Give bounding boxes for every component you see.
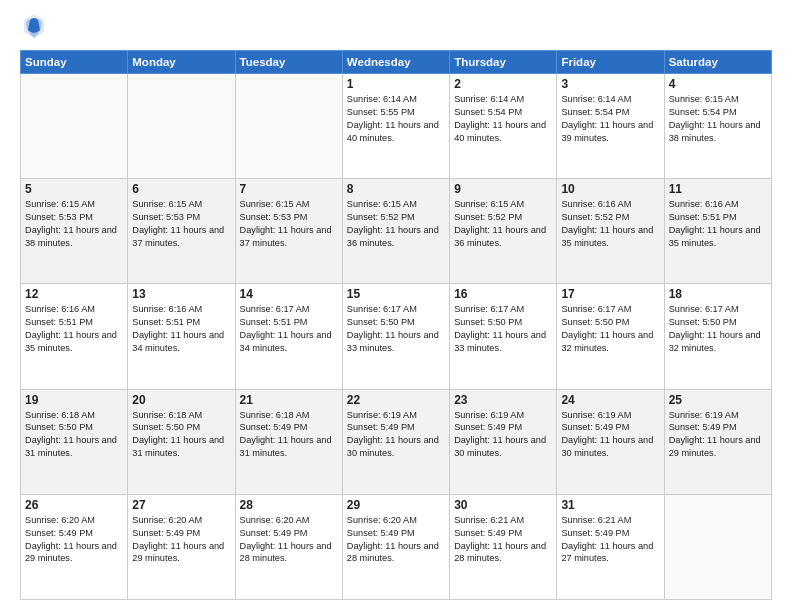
calendar-cell: 20Sunrise: 6:18 AM Sunset: 5:50 PM Dayli… [128,389,235,494]
calendar-cell [664,494,771,599]
calendar-cell: 2Sunrise: 6:14 AM Sunset: 5:54 PM Daylig… [450,74,557,179]
day-header-thursday: Thursday [450,51,557,74]
logo [20,16,46,40]
day-number: 12 [25,287,123,301]
cell-content: Sunrise: 6:18 AM Sunset: 5:50 PM Dayligh… [25,410,117,459]
calendar-cell: 1Sunrise: 6:14 AM Sunset: 5:55 PM Daylig… [342,74,449,179]
calendar-cell: 19Sunrise: 6:18 AM Sunset: 5:50 PM Dayli… [21,389,128,494]
calendar-cell: 9Sunrise: 6:15 AM Sunset: 5:52 PM Daylig… [450,179,557,284]
cell-content: Sunrise: 6:15 AM Sunset: 5:52 PM Dayligh… [454,199,546,248]
calendar-cell: 27Sunrise: 6:20 AM Sunset: 5:49 PM Dayli… [128,494,235,599]
calendar-cell: 7Sunrise: 6:15 AM Sunset: 5:53 PM Daylig… [235,179,342,284]
cell-content: Sunrise: 6:17 AM Sunset: 5:50 PM Dayligh… [561,304,653,353]
calendar-cell: 14Sunrise: 6:17 AM Sunset: 5:51 PM Dayli… [235,284,342,389]
cell-content: Sunrise: 6:18 AM Sunset: 5:50 PM Dayligh… [132,410,224,459]
calendar-cell: 30Sunrise: 6:21 AM Sunset: 5:49 PM Dayli… [450,494,557,599]
cell-content: Sunrise: 6:16 AM Sunset: 5:51 PM Dayligh… [669,199,761,248]
calendar-cell [128,74,235,179]
day-number: 15 [347,287,445,301]
cell-content: Sunrise: 6:21 AM Sunset: 5:49 PM Dayligh… [454,515,546,564]
day-number: 16 [454,287,552,301]
calendar-cell: 25Sunrise: 6:19 AM Sunset: 5:49 PM Dayli… [664,389,771,494]
cell-content: Sunrise: 6:19 AM Sunset: 5:49 PM Dayligh… [669,410,761,459]
day-number: 11 [669,182,767,196]
day-number: 28 [240,498,338,512]
day-number: 6 [132,182,230,196]
day-number: 26 [25,498,123,512]
day-number: 19 [25,393,123,407]
day-number: 29 [347,498,445,512]
cell-content: Sunrise: 6:14 AM Sunset: 5:55 PM Dayligh… [347,94,439,143]
calendar-page: SundayMondayTuesdayWednesdayThursdayFrid… [0,0,792,612]
cell-content: Sunrise: 6:17 AM Sunset: 5:50 PM Dayligh… [347,304,439,353]
calendar-cell: 18Sunrise: 6:17 AM Sunset: 5:50 PM Dayli… [664,284,771,389]
calendar-table: SundayMondayTuesdayWednesdayThursdayFrid… [20,50,772,600]
day-number: 18 [669,287,767,301]
day-number: 31 [561,498,659,512]
day-header-friday: Friday [557,51,664,74]
calendar-cell: 17Sunrise: 6:17 AM Sunset: 5:50 PM Dayli… [557,284,664,389]
cell-content: Sunrise: 6:15 AM Sunset: 5:54 PM Dayligh… [669,94,761,143]
day-header-monday: Monday [128,51,235,74]
day-number: 23 [454,393,552,407]
calendar-cell: 10Sunrise: 6:16 AM Sunset: 5:52 PM Dayli… [557,179,664,284]
cell-content: Sunrise: 6:14 AM Sunset: 5:54 PM Dayligh… [454,94,546,143]
cell-content: Sunrise: 6:18 AM Sunset: 5:49 PM Dayligh… [240,410,332,459]
cell-content: Sunrise: 6:16 AM Sunset: 5:51 PM Dayligh… [132,304,224,353]
cell-content: Sunrise: 6:15 AM Sunset: 5:53 PM Dayligh… [240,199,332,248]
calendar-cell: 3Sunrise: 6:14 AM Sunset: 5:54 PM Daylig… [557,74,664,179]
calendar-cell: 12Sunrise: 6:16 AM Sunset: 5:51 PM Dayli… [21,284,128,389]
day-number: 10 [561,182,659,196]
calendar-cell: 22Sunrise: 6:19 AM Sunset: 5:49 PM Dayli… [342,389,449,494]
cell-content: Sunrise: 6:20 AM Sunset: 5:49 PM Dayligh… [132,515,224,564]
calendar-cell: 4Sunrise: 6:15 AM Sunset: 5:54 PM Daylig… [664,74,771,179]
day-header-saturday: Saturday [664,51,771,74]
calendar-cell: 29Sunrise: 6:20 AM Sunset: 5:49 PM Dayli… [342,494,449,599]
cell-content: Sunrise: 6:20 AM Sunset: 5:49 PM Dayligh… [347,515,439,564]
calendar-header-row: SundayMondayTuesdayWednesdayThursdayFrid… [21,51,772,74]
cell-content: Sunrise: 6:17 AM Sunset: 5:50 PM Dayligh… [669,304,761,353]
day-header-tuesday: Tuesday [235,51,342,74]
day-number: 7 [240,182,338,196]
cell-content: Sunrise: 6:15 AM Sunset: 5:53 PM Dayligh… [132,199,224,248]
day-number: 5 [25,182,123,196]
calendar-week-4: 19Sunrise: 6:18 AM Sunset: 5:50 PM Dayli… [21,389,772,494]
calendar-cell: 16Sunrise: 6:17 AM Sunset: 5:50 PM Dayli… [450,284,557,389]
calendar-cell: 28Sunrise: 6:20 AM Sunset: 5:49 PM Dayli… [235,494,342,599]
day-number: 30 [454,498,552,512]
cell-content: Sunrise: 6:15 AM Sunset: 5:53 PM Dayligh… [25,199,117,248]
cell-content: Sunrise: 6:19 AM Sunset: 5:49 PM Dayligh… [347,410,439,459]
day-number: 21 [240,393,338,407]
calendar-week-5: 26Sunrise: 6:20 AM Sunset: 5:49 PM Dayli… [21,494,772,599]
day-number: 22 [347,393,445,407]
cell-content: Sunrise: 6:19 AM Sunset: 5:49 PM Dayligh… [561,410,653,459]
calendar-cell [21,74,128,179]
header [20,16,772,40]
cell-content: Sunrise: 6:15 AM Sunset: 5:52 PM Dayligh… [347,199,439,248]
day-header-wednesday: Wednesday [342,51,449,74]
day-number: 24 [561,393,659,407]
logo-icon [22,12,46,40]
day-number: 25 [669,393,767,407]
calendar-cell: 21Sunrise: 6:18 AM Sunset: 5:49 PM Dayli… [235,389,342,494]
calendar-cell: 26Sunrise: 6:20 AM Sunset: 5:49 PM Dayli… [21,494,128,599]
calendar-week-2: 5Sunrise: 6:15 AM Sunset: 5:53 PM Daylig… [21,179,772,284]
calendar-cell: 15Sunrise: 6:17 AM Sunset: 5:50 PM Dayli… [342,284,449,389]
cell-content: Sunrise: 6:17 AM Sunset: 5:51 PM Dayligh… [240,304,332,353]
day-number: 13 [132,287,230,301]
day-number: 3 [561,77,659,91]
cell-content: Sunrise: 6:20 AM Sunset: 5:49 PM Dayligh… [25,515,117,564]
day-number: 20 [132,393,230,407]
day-number: 27 [132,498,230,512]
calendar-cell: 11Sunrise: 6:16 AM Sunset: 5:51 PM Dayli… [664,179,771,284]
day-number: 17 [561,287,659,301]
day-number: 1 [347,77,445,91]
day-header-sunday: Sunday [21,51,128,74]
cell-content: Sunrise: 6:21 AM Sunset: 5:49 PM Dayligh… [561,515,653,564]
calendar-week-1: 1Sunrise: 6:14 AM Sunset: 5:55 PM Daylig… [21,74,772,179]
cell-content: Sunrise: 6:17 AM Sunset: 5:50 PM Dayligh… [454,304,546,353]
calendar-cell [235,74,342,179]
calendar-cell: 8Sunrise: 6:15 AM Sunset: 5:52 PM Daylig… [342,179,449,284]
cell-content: Sunrise: 6:16 AM Sunset: 5:51 PM Dayligh… [25,304,117,353]
day-number: 2 [454,77,552,91]
